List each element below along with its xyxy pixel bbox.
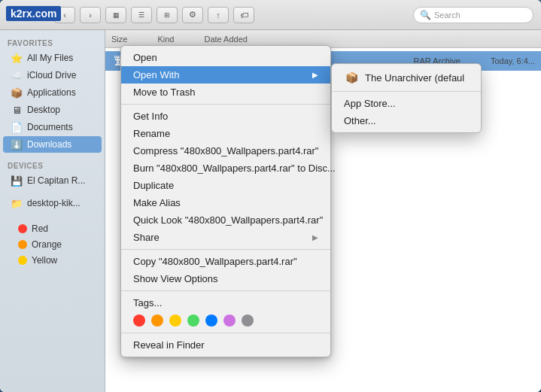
share-submenu-arrow-icon: ▶: [312, 233, 318, 242]
col-date-added: Date Added: [204, 35, 248, 44]
menu-item-tags[interactable]: Tags...: [121, 294, 330, 311]
menu-item-duplicate[interactable]: Duplicate: [121, 177, 330, 194]
sidebar-item-desktop[interactable]: 🖥 Desktop: [3, 102, 102, 118]
context-menu: Open Open With ▶ 📦 The Unarchiver (defau…: [120, 45, 331, 357]
sidebar-item-icloud-drive[interactable]: ☁️ iCloud Drive: [3, 67, 102, 84]
menu-item-move-to-trash[interactable]: Move to Trash: [121, 84, 330, 101]
sidebar-item-label: Documents: [27, 122, 73, 132]
folder-icon: 📁: [11, 197, 23, 209]
menu-item-reveal-in-finder[interactable]: Reveal in Finder: [121, 336, 330, 354]
view-list-button[interactable]: ☰: [131, 7, 152, 23]
sidebar-item-applications[interactable]: 📦 Applications: [3, 84, 102, 101]
view-column-button[interactable]: ⊞: [157, 7, 178, 23]
menu-item-open-with[interactable]: Open With ▶ 📦 The Unarchiver (defaul App…: [121, 66, 330, 84]
devices-header: Devices: [0, 159, 105, 172]
menu-item-copy[interactable]: Copy "480x800_Wallpapers.part4.rar": [121, 253, 330, 270]
sidebar-item-desktop-kik[interactable]: 📁 desktop-kik...: [3, 195, 102, 211]
menu-separator-2: [121, 249, 330, 250]
submenu-separator: [332, 91, 481, 92]
tags-row: [121, 311, 330, 330]
sidebar-item-label: Desktop: [27, 105, 60, 115]
tag-orange[interactable]: [151, 315, 163, 327]
menu-item-get-info[interactable]: Get Info: [121, 108, 330, 125]
sidebar-item-label: Downloads: [27, 139, 71, 150]
menu-separator-4: [121, 333, 330, 333]
documents-icon: 📄: [11, 121, 23, 133]
applications-icon: 📦: [11, 87, 23, 99]
search-icon: 🔍: [420, 10, 431, 20]
col-kind: Kind: [157, 35, 174, 44]
tag-blue[interactable]: [205, 315, 217, 327]
tag-button[interactable]: 🏷: [233, 7, 254, 23]
menu-item-rename[interactable]: Rename: [121, 125, 330, 142]
sidebar-tag-orange[interactable]: Orange: [11, 237, 94, 252]
shared-section: 📁 desktop-kik...: [0, 195, 105, 211]
menu-separator-3: [121, 290, 330, 291]
icloud-icon: ☁️: [11, 69, 23, 81]
open-with-submenu: 📦 The Unarchiver (defaul App Store... Ot…: [331, 63, 482, 133]
search-placeholder: Search: [434, 11, 460, 20]
menu-item-make-alias[interactable]: Make Alias: [121, 194, 330, 211]
sidebar-tags: Red Orange Yellow: [0, 217, 105, 272]
sidebar-item-el-capitan[interactable]: 💾 El Capitan R...: [3, 172, 102, 189]
downloads-icon: ⬇️: [11, 138, 23, 150]
search-box[interactable]: 🔍 Search: [413, 7, 533, 23]
sidebar: Favorites ⭐ All My Files ☁️ iCloud Drive…: [0, 30, 105, 392]
unarchiver-icon: 📦: [344, 70, 359, 85]
sidebar-tag-yellow[interactable]: Yellow: [11, 253, 94, 268]
sidebar-item-downloads[interactable]: ⬇️ Downloads: [3, 136, 102, 153]
sidebar-item-label: El Capitan R...: [27, 175, 85, 186]
menu-item-show-view-options[interactable]: Show View Options: [121, 270, 330, 287]
action-button[interactable]: ⚙: [182, 7, 203, 23]
tag-purple[interactable]: [223, 315, 236, 327]
file-date: Today, 6:4...: [491, 56, 535, 65]
drive-icon: 💾: [11, 175, 23, 187]
desktop-icon: 🖥: [11, 104, 23, 116]
menu-item-quick-look[interactable]: Quick Look "480x800_Wallpapers.part4.rar…: [121, 211, 330, 229]
orange-tag-dot: [18, 240, 27, 249]
sidebar-tag-red[interactable]: Red: [11, 221, 94, 236]
yellow-tag-dot: [18, 256, 27, 265]
menu-item-share[interactable]: Share ▶: [121, 229, 330, 246]
share-button[interactable]: ↑: [208, 7, 229, 23]
forward-button[interactable]: ›: [80, 7, 101, 23]
menu-item-compress[interactable]: Compress "480x800_Wallpapers.part4.rar": [121, 142, 330, 160]
watermark-logo: k2rx.com: [6, 6, 61, 21]
sidebar-item-label: All My Files: [27, 53, 73, 63]
all-my-files-icon: ⭐: [11, 52, 23, 64]
view-icon-button[interactable]: ▦: [105, 7, 126, 23]
sidebar-item-documents[interactable]: 📄 Documents: [3, 119, 102, 135]
tag-red[interactable]: [133, 315, 145, 327]
menu-item-open[interactable]: Open: [121, 49, 330, 66]
sidebar-item-label: Applications: [27, 87, 76, 98]
menu-item-burn[interactable]: Burn "480x800_Wallpapers.part4.rar" to D…: [121, 160, 330, 177]
tag-green[interactable]: [187, 315, 199, 327]
favorites-header: Favorites: [0, 36, 105, 49]
submenu-item-app-store[interactable]: App Store...: [332, 95, 481, 112]
sidebar-item-all-my-files[interactable]: ⭐ All My Files: [3, 50, 102, 66]
sidebar-item-label: desktop-kik...: [27, 198, 81, 208]
red-tag-dot: [18, 224, 27, 233]
submenu-arrow-icon: ▶: [312, 71, 318, 79]
toolbar: ‹ › ▦ ☰ ⊞ ⚙ ↑ 🏷 🔍 Search: [0, 0, 541, 30]
submenu-item-unarchiver[interactable]: 📦 The Unarchiver (defaul: [332, 67, 481, 88]
sidebar-item-label: iCloud Drive: [27, 70, 76, 81]
col-size: Size: [111, 35, 127, 44]
submenu-item-other[interactable]: Other...: [332, 112, 481, 129]
menu-separator-1: [121, 104, 330, 105]
tag-yellow[interactable]: [169, 315, 181, 327]
tag-gray[interactable]: [242, 315, 254, 327]
